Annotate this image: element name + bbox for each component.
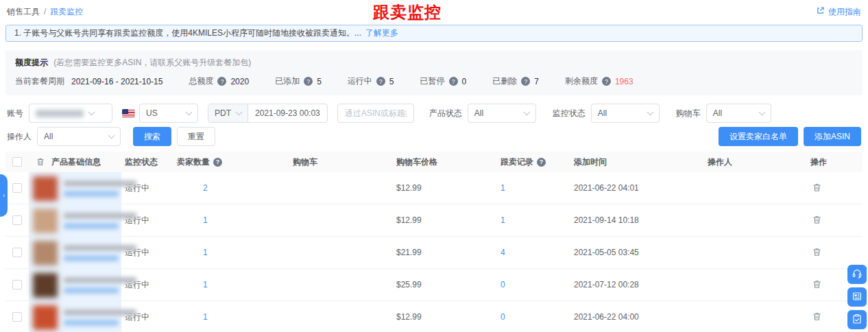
delete-row-button[interactable] xyxy=(810,310,823,323)
quota-subtitle: (若您需要监控更多ASIN，请联系父账号升级套餐加包) xyxy=(53,58,251,67)
help-icon[interactable] xyxy=(521,77,530,86)
help-icon[interactable] xyxy=(376,77,385,86)
help-icon[interactable] xyxy=(449,77,458,86)
record-count-link[interactable]: 4 xyxy=(485,248,564,257)
filter-bar: 账号 US PDT 2021-09-23 00:03 产品状态 All 监控状态… xyxy=(5,104,863,146)
row-checkbox[interactable] xyxy=(12,280,22,289)
row-checkbox[interactable] xyxy=(12,183,22,193)
timezone-select[interactable]: PDT xyxy=(208,104,248,122)
product-asin-link-redacted[interactable] xyxy=(64,191,119,197)
chevron-down-icon xyxy=(88,109,95,116)
product-cell[interactable] xyxy=(29,301,121,332)
record-count-link[interactable]: 0 xyxy=(485,312,564,322)
quota-panel: 额度提示 (若您需要监控更多ASIN，请联系父账号升级套餐加包) 当前套餐周期 … xyxy=(5,50,863,95)
table-row: 运行中 1 $21.99 4 2021-05-05 03:45 xyxy=(5,237,863,269)
account-select[interactable] xyxy=(29,104,112,123)
help-icon[interactable] xyxy=(217,77,226,86)
delete-row-button[interactable] xyxy=(810,213,823,226)
col-status: 监控状态 xyxy=(121,156,174,168)
cart-price: $12.99 xyxy=(385,183,485,193)
chevron-down-icon xyxy=(647,109,653,116)
chevron-down-icon xyxy=(236,109,243,116)
datetime-value[interactable]: 2021-09-23 00:03 xyxy=(248,104,327,122)
table-row: 运行中 1 $12.99 0 2021-06-22 04:00 xyxy=(5,301,863,332)
product-asin-link-redacted[interactable] xyxy=(64,255,119,261)
seller-count-link[interactable]: 1 xyxy=(174,215,286,225)
table-body: 运行中 2 $12.99 1 2021-06-22 04:01 运行中 1 $1… xyxy=(5,172,863,332)
user-manual-button[interactable] xyxy=(847,287,867,307)
reset-button[interactable]: 重置 xyxy=(177,127,215,146)
product-title-redacted xyxy=(64,213,136,219)
product-cell[interactable] xyxy=(29,204,121,237)
operator-label: 操作人 xyxy=(7,131,32,143)
product-status-label: 产品状态 xyxy=(429,108,462,119)
product-title-redacted xyxy=(64,180,136,187)
product-cell[interactable] xyxy=(29,269,121,301)
col-added: 添加时间 xyxy=(564,156,694,168)
product-status-select[interactable]: All xyxy=(468,104,536,123)
col-operator: 操作人 xyxy=(694,156,790,168)
table-row: 运行中 1 $25.99 0 2021-07-12 00:28 xyxy=(5,269,863,301)
select-all-checkbox[interactable] xyxy=(12,157,22,167)
product-asin-link-redacted[interactable] xyxy=(64,287,119,294)
us-flag-icon xyxy=(122,109,135,118)
help-icon[interactable] xyxy=(602,77,611,86)
row-checkbox[interactable] xyxy=(12,248,22,257)
delete-row-button[interactable] xyxy=(810,246,823,259)
guide-label: 使用指南 xyxy=(828,6,861,18)
buybox-select[interactable]: All xyxy=(706,104,771,123)
cart-price: $12.99 xyxy=(385,312,485,322)
added-time: 2021-06-22 04:00 xyxy=(564,312,694,322)
help-icon[interactable] xyxy=(213,158,222,167)
product-asin-link-redacted[interactable] xyxy=(64,223,119,229)
product-title-redacted xyxy=(64,277,136,283)
stat-paused: 已暂停 0 xyxy=(420,75,467,87)
guide-link[interactable]: 使用指南 xyxy=(816,6,861,18)
row-checkbox[interactable] xyxy=(12,312,22,322)
breadcrumb-current[interactable]: 跟卖监控 xyxy=(50,6,83,18)
row-checkbox[interactable] xyxy=(12,215,22,225)
product-title-redacted xyxy=(64,309,136,316)
marketplace-select[interactable]: US xyxy=(139,104,198,123)
seller-count-link[interactable]: 1 xyxy=(174,248,286,257)
product-asin-link-redacted[interactable] xyxy=(64,320,119,326)
seller-count-link[interactable]: 2 xyxy=(174,183,286,193)
breadcrumb-parent[interactable]: 销售工具 xyxy=(7,6,40,18)
col-cart-price: 购物车价格 xyxy=(385,156,485,168)
col-action: 操作 xyxy=(790,156,852,168)
product-cell[interactable] xyxy=(29,172,121,204)
record-count-link[interactable]: 1 xyxy=(485,215,564,225)
cart-price: $25.99 xyxy=(385,280,485,289)
headset-icon xyxy=(852,268,863,281)
product-thumbnail xyxy=(33,305,58,330)
search-input[interactable] xyxy=(337,104,414,123)
period-label: 当前套餐周期 xyxy=(15,75,64,87)
operator-select[interactable]: All xyxy=(37,127,121,146)
add-asin-button[interactable]: 添加ASIN xyxy=(804,127,861,146)
monitor-status-select[interactable]: All xyxy=(591,104,660,123)
delete-row-button[interactable] xyxy=(810,278,823,291)
drawer-expand-handle[interactable] xyxy=(0,174,8,217)
seller-whitelist-button[interactable]: 设置卖家白名单 xyxy=(719,127,798,146)
task-list-button[interactable] xyxy=(847,310,867,329)
help-icon[interactable] xyxy=(304,77,313,86)
record-count-link[interactable]: 0 xyxy=(485,280,564,289)
search-button[interactable]: 搜索 xyxy=(133,127,171,146)
product-cell[interactable] xyxy=(29,237,121,269)
customer-service-button[interactable] xyxy=(847,265,867,284)
product-title-redacted xyxy=(64,245,136,251)
delete-row-button[interactable] xyxy=(810,181,823,194)
table-header-row: 产品基础信息 监控状态 卖家数量 购物车 购物车价格 跟卖记录 添加时间 操作人… xyxy=(5,152,863,172)
bulk-delete-icon[interactable] xyxy=(34,156,47,168)
cart-price: $21.99 xyxy=(385,248,485,257)
learn-more-link[interactable]: 了解更多 xyxy=(365,27,398,39)
added-time: 2021-09-14 10:18 xyxy=(564,215,694,225)
breadcrumb: 销售工具 / 跟卖监控 xyxy=(7,6,83,18)
seller-count-link[interactable]: 1 xyxy=(174,280,286,289)
seller-count-link[interactable]: 1 xyxy=(174,312,286,322)
record-count-link[interactable]: 1 xyxy=(485,183,564,193)
cart-price: $12.99 xyxy=(385,215,485,225)
col-records: 跟卖记录 xyxy=(501,156,533,168)
help-icon[interactable] xyxy=(537,158,546,167)
chevron-down-icon xyxy=(186,109,193,116)
